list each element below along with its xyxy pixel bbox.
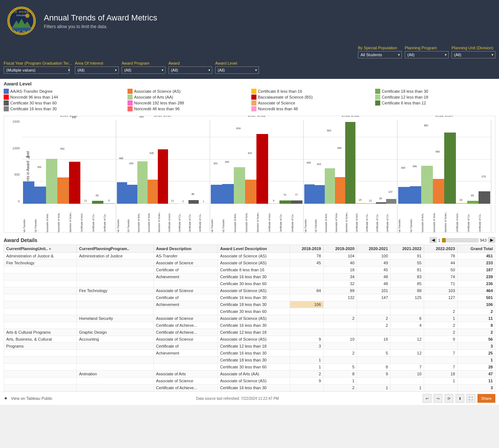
prev-page-button[interactable]: ◀: [430, 237, 437, 243]
table-cell-2: [153, 280, 218, 287]
bar[interactable]: [137, 161, 148, 204]
x-label: Associate of Arts.: [46, 204, 57, 233]
bar-value-label: 107: [388, 191, 393, 193]
bar[interactable]: [103, 203, 115, 204]
next-page-button[interactable]: ▶: [488, 237, 495, 243]
bar[interactable]: [127, 185, 137, 204]
bar[interactable]: [23, 181, 34, 204]
legend-item: Certificate 16 less than 30: [4, 106, 124, 111]
bar[interactable]: [376, 202, 386, 204]
filter-select-award[interactable]: (All): [168, 66, 212, 74]
bar-wrapper: 11: [80, 203, 92, 204]
share-button[interactable]: Share: [477, 394, 495, 403]
bar[interactable]: [222, 184, 233, 204]
x-label: AA-Transfer.: [117, 204, 127, 233]
table-cell-3: Certificate 30 less than 60: [218, 364, 290, 371]
bar[interactable]: [158, 149, 168, 204]
bar[interactable]: [291, 200, 302, 204]
filter-label-fiscal-year: Fiscal Year (Program Graduation Ter...: [4, 61, 72, 66]
bar[interactable]: [117, 182, 127, 204]
bar[interactable]: [279, 200, 291, 204]
table-cell-5: 2: [323, 350, 357, 357]
col-header-6: 2020-2021: [357, 245, 391, 253]
bar-wrapper: 450: [222, 184, 233, 204]
bar[interactable]: [444, 133, 456, 204]
filter-select-award-level[interactable]: (All): [215, 66, 259, 74]
x-label-year-group: AA-Transfer.AS-Transfer.Associate of Art…: [304, 204, 397, 233]
bar[interactable]: [256, 134, 268, 204]
table-cell-4: 106: [290, 301, 323, 308]
download-icon[interactable]: ⬇: [456, 394, 464, 403]
x-label: Associate of Arts.: [137, 204, 148, 233]
award-level-title: Award Level: [4, 81, 495, 87]
filter-select-fiscal-year[interactable]: (Multiple values): [4, 66, 69, 74]
table-cell-5: [323, 308, 357, 315]
bar[interactable]: [335, 177, 345, 204]
table-row: AchievementCertificate 18 less than 3010…: [4, 301, 495, 308]
bar[interactable]: [479, 191, 490, 204]
legend-label: Noncredit less than 48: [258, 107, 298, 111]
bar[interactable]: [80, 203, 92, 204]
bar[interactable]: [92, 201, 103, 204]
bar[interactable]: [234, 167, 245, 204]
legend-item: Certificate 12 less than 18: [375, 95, 495, 100]
bar[interactable]: [421, 166, 433, 204]
bar-wrapper: 545: [148, 180, 158, 204]
bar[interactable]: [325, 168, 335, 204]
bar[interactable]: [345, 122, 355, 204]
col-header-5: 2019-2020: [323, 245, 357, 253]
bar[interactable]: [245, 180, 256, 204]
table-cell-4: [290, 267, 323, 273]
filter-select-planning-prog[interactable]: (All): [405, 51, 449, 58]
bar-wrapper: 396: [410, 186, 421, 204]
table-row: AchievementCertificate 16 less than 3034…: [4, 273, 495, 280]
view-on-tableau-link[interactable]: View on Tableau Public: [11, 396, 52, 401]
redo-icon[interactable]: ↪: [434, 394, 442, 403]
x-label: Bachelor of Scien..: [345, 204, 355, 233]
bar-wrapper: 30: [376, 202, 386, 204]
bar[interactable]: [456, 203, 467, 204]
col-header-3: Award Level Description: [218, 245, 290, 253]
table-cell-8: 18: [424, 371, 457, 378]
bar[interactable]: [467, 201, 479, 204]
bar[interactable]: [46, 159, 57, 204]
refresh-icon[interactable]: ⟳: [445, 394, 453, 403]
bar[interactable]: [366, 203, 376, 204]
bar[interactable]: [433, 179, 444, 204]
fullscreen-icon[interactable]: ⛶: [466, 394, 475, 403]
bar[interactable]: [211, 185, 222, 204]
bar-value-label: 946: [72, 116, 76, 119]
undo-icon[interactable]: ↩: [423, 394, 431, 403]
table-cell-4: 84: [290, 287, 323, 294]
bar[interactable]: [386, 199, 396, 204]
x-label: Associate of Arts.: [234, 204, 245, 233]
filter-select-area-interest[interactable]: (All): [75, 66, 119, 74]
bar[interactable]: [69, 162, 80, 204]
bar[interactable]: [355, 203, 366, 204]
x-label: Certificate of Ach..: [80, 204, 92, 233]
legend-item: Noncredit 96 less than 144: [4, 95, 124, 100]
table-cell-2: Certificate of: [153, 343, 218, 350]
bar[interactable]: [168, 203, 178, 204]
bar[interactable]: [188, 200, 199, 204]
bar[interactable]: [304, 184, 315, 204]
filter-select-award-program[interactable]: (All): [122, 66, 165, 74]
filter-label-area-interest: Area Of Interest: [75, 61, 119, 66]
x-label: Associate of Arts.: [421, 204, 433, 233]
bar[interactable]: [315, 185, 325, 204]
table-cell-6: [357, 301, 391, 308]
bar[interactable]: [34, 187, 46, 204]
table-cell-9: 3: [457, 384, 495, 391]
bar[interactable]: [398, 187, 410, 204]
bar-wrapper: 946: [69, 162, 80, 204]
bar[interactable]: [268, 203, 279, 204]
bar[interactable]: [148, 180, 158, 204]
table-row: Certificate ofCertificate 8 less than 16…: [4, 267, 495, 273]
legend-label: Noncredit 96 less than 144: [10, 95, 58, 99]
bar[interactable]: [410, 186, 421, 204]
filter-select-planning-unit[interactable]: (All): [452, 51, 495, 58]
table-cell-1: [77, 308, 154, 315]
bar[interactable]: [57, 177, 69, 204]
table-row: Fire TechnologyAssociate of ScienceAssoc…: [4, 260, 495, 267]
filter-select-special-pop[interactable]: All Students: [358, 51, 402, 58]
